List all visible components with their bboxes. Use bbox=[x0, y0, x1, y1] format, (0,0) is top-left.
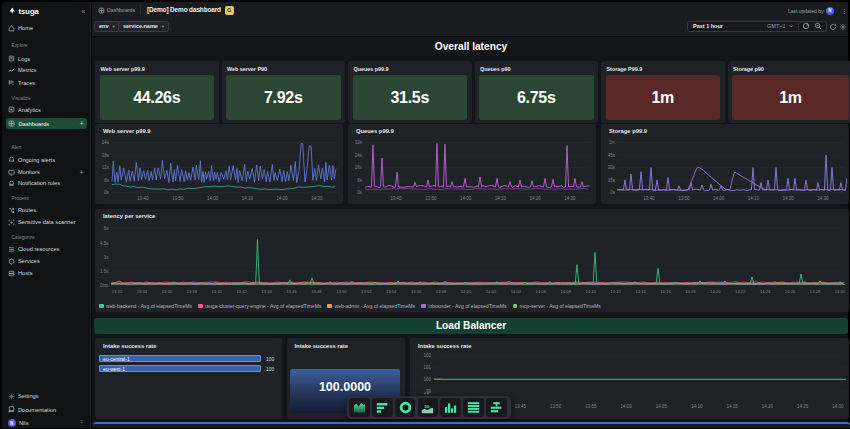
svg-text:24s: 24s bbox=[355, 152, 363, 157]
svg-text:3s: 3s bbox=[104, 254, 110, 259]
svg-text:13:40: 13:40 bbox=[390, 195, 402, 200]
svg-text:13:45: 13:45 bbox=[515, 404, 527, 409]
svg-text:15s: 15s bbox=[608, 177, 616, 182]
svg-text:30s: 30s bbox=[608, 165, 616, 170]
svg-text:4.5s: 4.5s bbox=[100, 240, 109, 245]
svg-text:14:25: 14:25 bbox=[797, 404, 809, 409]
svg-text:14:12: 14:12 bbox=[610, 288, 621, 293]
svg-text:14:20: 14:20 bbox=[783, 195, 795, 200]
svg-text:13:48: 13:48 bbox=[311, 288, 322, 293]
svg-text:1m: 1m bbox=[609, 140, 616, 145]
svg-text:14:30: 14:30 bbox=[564, 195, 576, 200]
svg-text:14:20: 14:20 bbox=[710, 288, 721, 293]
svg-text:14:06: 14:06 bbox=[536, 288, 547, 293]
svg-text:13:50: 13:50 bbox=[336, 288, 347, 293]
svg-text:14:10: 14:10 bbox=[495, 195, 507, 200]
svg-text:0s: 0s bbox=[610, 190, 616, 195]
svg-text:13:50: 13:50 bbox=[425, 195, 437, 200]
svg-text:0s: 0s bbox=[357, 190, 363, 195]
svg-text:14:10: 14:10 bbox=[242, 195, 254, 200]
svg-text:14:20: 14:20 bbox=[277, 195, 289, 200]
svg-text:14:30: 14:30 bbox=[311, 195, 323, 200]
svg-text:13:54: 13:54 bbox=[386, 288, 397, 293]
svg-text:14:00: 14:00 bbox=[207, 195, 219, 200]
svg-text:32s: 32s bbox=[355, 140, 363, 145]
svg-text:13:40: 13:40 bbox=[211, 288, 222, 293]
svg-text:14:30: 14:30 bbox=[817, 195, 829, 200]
svg-text:24s: 24s bbox=[102, 140, 110, 145]
svg-text:14:00: 14:00 bbox=[461, 288, 472, 293]
svg-text:13:58: 13:58 bbox=[436, 288, 447, 293]
svg-text:14:20: 14:20 bbox=[762, 404, 774, 409]
svg-text:14:10: 14:10 bbox=[691, 404, 703, 409]
svg-text:14:00: 14:00 bbox=[460, 195, 472, 200]
svg-text:13:36: 13:36 bbox=[162, 288, 173, 293]
svg-text:8s: 8s bbox=[357, 177, 363, 182]
svg-text:14:16: 14:16 bbox=[660, 288, 671, 293]
svg-text:45s: 45s bbox=[608, 152, 616, 157]
svg-text:13:50: 13:50 bbox=[678, 195, 690, 200]
svg-text:14:14: 14:14 bbox=[635, 288, 646, 293]
svg-text:18s: 18s bbox=[102, 152, 110, 157]
svg-text:13:50: 13:50 bbox=[172, 195, 184, 200]
svg-text:14:04: 14:04 bbox=[511, 288, 522, 293]
svg-text:13:40: 13:40 bbox=[137, 195, 149, 200]
svg-text:13:34: 13:34 bbox=[137, 288, 148, 293]
svg-text:14:00: 14:00 bbox=[713, 195, 725, 200]
svg-text:14:22: 14:22 bbox=[735, 288, 746, 293]
svg-text:100: 100 bbox=[423, 377, 431, 382]
svg-text:6s: 6s bbox=[104, 226, 110, 231]
svg-text:14:15: 14:15 bbox=[726, 404, 738, 409]
svg-text:13:46: 13:46 bbox=[286, 288, 297, 293]
svg-text:13:55: 13:55 bbox=[585, 404, 597, 409]
svg-text:6s: 6s bbox=[104, 177, 110, 182]
svg-text:13:32: 13:32 bbox=[112, 288, 123, 293]
svg-text:13:42: 13:42 bbox=[236, 288, 247, 293]
svg-text:14:10: 14:10 bbox=[748, 195, 760, 200]
svg-text:14:05: 14:05 bbox=[656, 404, 668, 409]
svg-text:14:24: 14:24 bbox=[760, 288, 771, 293]
svg-text:00:: 00: bbox=[425, 403, 431, 408]
svg-text:13:40: 13:40 bbox=[643, 195, 655, 200]
svg-text:14:28: 14:28 bbox=[810, 288, 821, 293]
svg-text:14:30: 14:30 bbox=[835, 288, 846, 293]
svg-text:0ms: 0ms bbox=[100, 283, 109, 288]
svg-text:14:00: 14:00 bbox=[621, 404, 633, 409]
svg-text:14:30: 14:30 bbox=[832, 404, 844, 409]
svg-text:0s: 0s bbox=[104, 190, 110, 195]
svg-text:14:18: 14:18 bbox=[685, 288, 696, 293]
svg-text:13:56: 13:56 bbox=[411, 288, 422, 293]
svg-text:14:08: 14:08 bbox=[561, 288, 572, 293]
svg-text:14:20: 14:20 bbox=[530, 195, 542, 200]
svg-text:12s: 12s bbox=[102, 165, 110, 170]
svg-text:14:02: 14:02 bbox=[486, 288, 497, 293]
svg-text:1.5s: 1.5s bbox=[100, 268, 109, 273]
svg-text:102: 102 bbox=[423, 353, 431, 358]
svg-text:13:50: 13:50 bbox=[550, 404, 562, 409]
svg-text:13:44: 13:44 bbox=[261, 288, 272, 293]
svg-text:13:38: 13:38 bbox=[187, 288, 198, 293]
svg-text:14:10: 14:10 bbox=[585, 288, 596, 293]
svg-text:13:52: 13:52 bbox=[361, 288, 372, 293]
svg-text:101: 101 bbox=[423, 365, 431, 370]
svg-text:16s: 16s bbox=[355, 165, 363, 170]
svg-text:14:26: 14:26 bbox=[785, 288, 796, 293]
